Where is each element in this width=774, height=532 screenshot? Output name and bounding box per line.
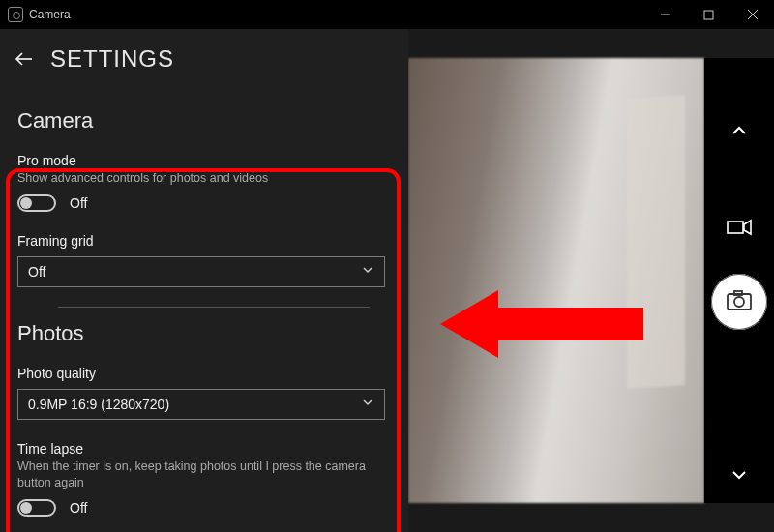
camera-icon — [727, 289, 752, 314]
camera-section-heading: Camera — [17, 108, 408, 133]
app-title: Camera — [29, 8, 71, 21]
time-lapse-toggle[interactable] — [17, 499, 56, 517]
shutter-button[interactable] — [711, 274, 767, 330]
framing-grid-label: Framing grid — [17, 233, 391, 249]
back-button[interactable] — [8, 43, 41, 75]
minimize-button[interactable] — [643, 0, 687, 29]
svg-rect-4 — [728, 222, 743, 233]
close-button[interactable] — [730, 0, 774, 29]
settings-title: SETTINGS — [50, 45, 174, 73]
pro-mode-toggle[interactable] — [17, 194, 56, 212]
pro-mode-state: Off — [70, 195, 87, 211]
app-icon — [8, 7, 23, 22]
time-lapse-state: Off — [70, 500, 87, 516]
framing-grid-value: Off — [28, 264, 45, 280]
settings-panel: SETTINGS Camera Pro mode Show advanced c… — [0, 29, 408, 532]
svg-rect-8 — [734, 291, 742, 295]
chevron-up-icon[interactable] — [720, 111, 759, 150]
photo-quality-label: Photo quality — [17, 366, 391, 381]
time-lapse-label: Time lapse — [17, 441, 391, 457]
maximize-button[interactable] — [687, 0, 730, 29]
video-mode-button[interactable] — [720, 208, 759, 247]
framing-grid-select[interactable]: Off — [17, 256, 385, 287]
pro-mode-description: Show advanced controls for photos and vi… — [17, 170, 385, 187]
pro-mode-label: Pro mode — [17, 153, 391, 168]
chevron-down-icon — [361, 263, 374, 280]
svg-marker-5 — [744, 221, 751, 234]
svg-rect-1 — [704, 11, 713, 19]
divider — [58, 307, 370, 308]
photo-quality-value: 0.9MP 16:9 (1280x720) — [28, 397, 169, 412]
camera-window: Camera — [0, 0, 774, 532]
camera-preview — [408, 58, 704, 503]
chevron-down-icon — [361, 396, 374, 412]
photo-quality-select[interactable]: 0.9MP 16:9 (1280x720) — [17, 389, 385, 420]
svg-point-7 — [734, 297, 744, 307]
titlebar: Camera — [0, 0, 774, 29]
photos-section-heading: Photos — [17, 321, 408, 346]
time-lapse-description: When the timer is on, keep taking photos… — [17, 458, 385, 491]
chevron-down-icon[interactable] — [720, 456, 759, 494]
right-toolbar — [704, 58, 774, 503]
